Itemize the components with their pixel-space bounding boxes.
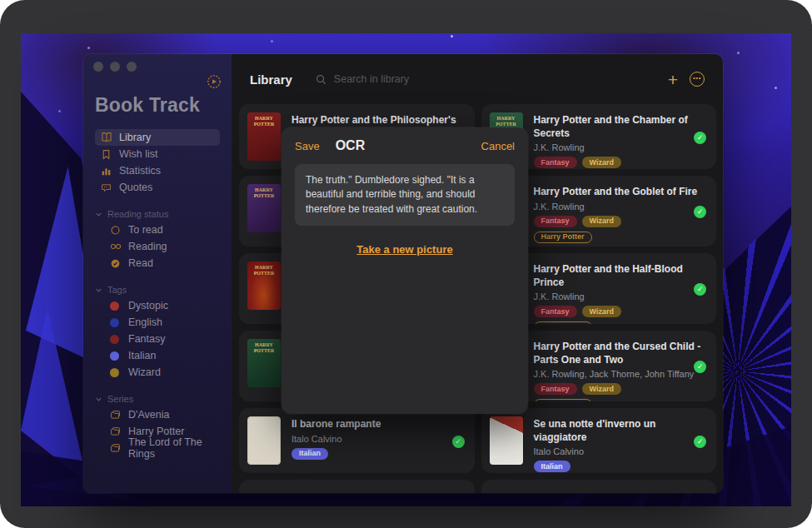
sidebar-sub-item-dystopic[interactable]: Dystopic: [95, 297, 220, 314]
tag-pill-fantasy: Fantasy: [534, 216, 577, 227]
sidebar-sub-item-to-read[interactable]: To read: [95, 222, 220, 238]
book-author: J.K. Rowling: [534, 142, 707, 152]
tag-color-dot: [110, 368, 119, 377]
book-author: Italo Calvino: [534, 446, 707, 456]
check-circle-icon: [110, 258, 122, 269]
sidebar-sub-item-label: Wizard: [128, 366, 161, 378]
chart-icon: [101, 166, 112, 177]
folder-icon: [110, 443, 122, 453]
tag-pill-italian: Italian: [534, 461, 570, 472]
sidebar-sub-item-italian[interactable]: Italian: [95, 347, 220, 364]
book-card-partial: [239, 480, 475, 493]
sidebar-sub-item-d'avenia[interactable]: D'Avenia: [95, 406, 220, 423]
section-header-label: Series: [107, 394, 133, 404]
tag-pill-fantasy: Fantasy: [534, 157, 577, 168]
sidebar-section-reading-status: Reading status To read Reading Read: [95, 207, 220, 271]
sidebar-main-nav: Library Wish list Statistics Quotes: [95, 129, 220, 196]
sidebar-sub-item-label: Reading: [128, 241, 167, 252]
book-card[interactable]: Se una notte d'inverno un viaggiatore It…: [481, 408, 717, 473]
sidebar-section-header[interactable]: Tags: [95, 282, 220, 297]
sidebar-sub-item-the-lord-of-the-rings[interactable]: The Lord of The Rings: [95, 440, 220, 456]
book-cover: [247, 416, 281, 465]
book-track-window: Book Track Library Wish list Statistics …: [83, 54, 723, 493]
more-options-button[interactable]: •••: [690, 72, 705, 87]
read-check-icon: ✓: [694, 132, 706, 144]
tag-color-dot: [110, 318, 119, 327]
sidebar-section-header[interactable]: Series: [95, 391, 220, 406]
sidebar-sub-item-label: Fantasy: [128, 333, 165, 345]
read-check-icon: ✓: [694, 436, 706, 448]
series-pill: Harry Potter: [534, 321, 592, 324]
cancel-button[interactable]: Cancel: [481, 140, 515, 152]
search-icon: [316, 74, 326, 85]
folder-icon: [110, 410, 122, 420]
book-card-partial: [481, 480, 717, 493]
sidebar-sub-item-label: English: [128, 316, 162, 328]
read-check-icon: ✓: [694, 206, 706, 218]
app-title: Book Track: [95, 94, 220, 117]
read-check-icon: ✓: [694, 283, 706, 296]
sidebar-item-wish-list[interactable]: Wish list: [95, 146, 220, 162]
book-title: Harry Potter and the Chamber of Secrets: [534, 114, 707, 140]
minimize-window-button[interactable]: [110, 62, 120, 72]
book-author: J.K. Rowling: [534, 291, 707, 301]
sidebar-sub-item-label: D'Avenia: [128, 409, 169, 421]
sidebar-item-library[interactable]: Library: [95, 129, 220, 146]
sidebar-section-series: Series D'Avenia Harry Potter The Lord of…: [95, 391, 220, 456]
sidebar-sub-item-reading[interactable]: Reading: [95, 238, 220, 255]
ocr-text-box[interactable]: The truth." Dumbledore sighed. "It is a …: [295, 164, 515, 226]
take-new-picture-link[interactable]: Take a new picture: [281, 243, 528, 256]
star: [775, 87, 777, 89]
sidebar-sub-item-english[interactable]: English: [95, 314, 220, 331]
book-author: J.K. Rowling: [534, 202, 707, 212]
book-cover: [490, 416, 523, 465]
zoom-window-button[interactable]: [127, 62, 137, 72]
book-author: J.K. Rowling, Jack Thorne, John Tiffany: [534, 369, 707, 379]
tag-pill-fantasy: Fantasy: [534, 383, 577, 395]
tag-color-dot: [110, 301, 119, 311]
tag-pill-fantasy: Fantasy: [534, 306, 577, 317]
book-title: Harry Potter and the Half-Blood Prince: [534, 263, 707, 289]
ellipsis-circle-icon: •••: [690, 72, 705, 87]
sidebar-sub-item-label: Dystopic: [128, 300, 168, 311]
search-field[interactable]: [316, 72, 656, 86]
star: [87, 47, 90, 49]
book-card[interactable]: Il barone rampante Italo Calvino Italian…: [239, 408, 475, 473]
star: [737, 52, 740, 54]
sidebar-item-quotes[interactable]: Quotes: [95, 179, 220, 196]
sidebar-item-label: Quotes: [119, 182, 152, 193]
chevron-down-icon: [95, 211, 102, 218]
tag-pill-wizard: Wizard: [582, 383, 621, 395]
sidebar-sub-item-label: Read: [128, 257, 153, 269]
sidebar-toggle-icon[interactable]: [207, 74, 222, 89]
read-check-icon: ✓: [452, 436, 465, 448]
bookmark-icon: [101, 149, 112, 160]
tag-pill-wizard: Wizard: [582, 157, 621, 168]
ocr-dialog-title: OCR: [336, 138, 366, 153]
sidebar-section-header[interactable]: Reading status: [95, 207, 220, 222]
sidebar-item-label: Statistics: [119, 165, 161, 177]
section-header-label: Reading status: [107, 209, 168, 219]
sidebar-item-statistics[interactable]: Statistics: [95, 162, 220, 179]
glasses-icon: [110, 242, 122, 251]
sidebar-sub-item-label: The Lord of The Rings: [128, 436, 220, 460]
add-book-button[interactable]: +: [668, 71, 678, 88]
series-pill: Harry Potter: [534, 399, 592, 401]
sidebar-sub-item-wizard[interactable]: Wizard: [95, 364, 220, 381]
star: [58, 110, 61, 112]
screen-bezel: Book Track Library Wish list Statistics …: [0, 0, 812, 528]
book-cover: HARRY POTTER: [247, 112, 281, 161]
save-button[interactable]: Save: [295, 140, 320, 152]
tag-color-dot: [110, 351, 119, 361]
search-input[interactable]: [332, 72, 516, 86]
close-window-button[interactable]: [93, 62, 103, 72]
sidebar-sub-item-label: Italian: [128, 350, 156, 361]
book-icon: [101, 132, 112, 143]
chevron-down-icon: [95, 396, 102, 403]
book-title: Il barone rampante: [291, 418, 465, 431]
book-cover: HARRY POTTER: [247, 339, 281, 387]
sidebar-sub-item-read[interactable]: Read: [95, 255, 220, 271]
book-title: Harry Potter and the Goblet of Fire: [534, 186, 707, 199]
sidebar-sub-item-fantasy[interactable]: Fantasy: [95, 331, 220, 347]
screenshot-stage: Book Track Library Wish list Statistics …: [0, 0, 812, 528]
